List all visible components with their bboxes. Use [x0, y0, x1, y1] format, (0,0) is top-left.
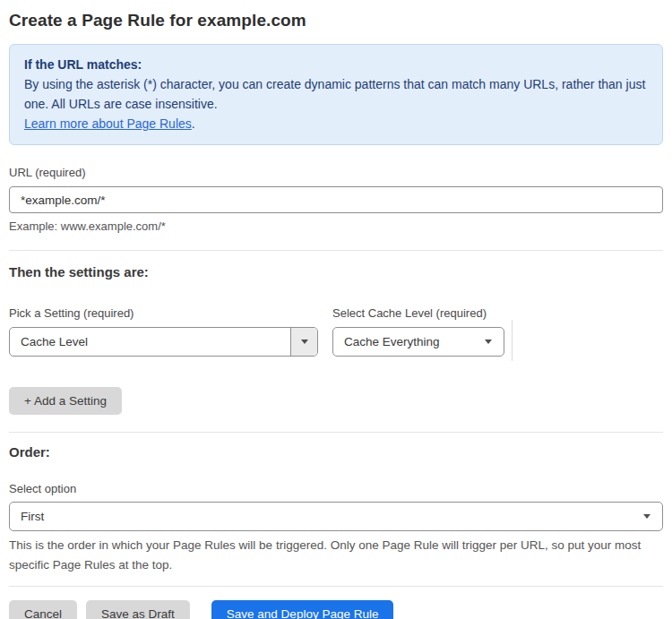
- page-title: Create a Page Rule for example.com: [9, 11, 663, 30]
- order-helper-text: This is the order in which your Page Rul…: [9, 536, 663, 575]
- order-select-value: First: [10, 503, 662, 530]
- cache-level-select-label: Select Cache Level (required): [332, 306, 504, 320]
- settings-row: Pick a Setting (required) Cache Level Se…: [9, 306, 663, 357]
- chevron-down-icon: [643, 514, 650, 519]
- cache-level-select-value: Cache Everything: [333, 328, 504, 356]
- info-box-heading: If the URL matches:: [24, 55, 648, 74]
- save-and-deploy-button[interactable]: Save and Deploy Page Rule: [211, 600, 394, 619]
- chevron-down-icon: [301, 340, 308, 344]
- info-box-body: By using the asterisk (*) character, you…: [24, 74, 648, 114]
- learn-more-link[interactable]: Learn more about Page Rules: [24, 116, 192, 131]
- column-separator: [512, 320, 513, 361]
- url-helper-text: Example: www.example.com/*: [9, 219, 663, 233]
- form-actions: Cancel Save as Draft Save and Deploy Pag…: [9, 600, 663, 619]
- cache-level-field: Select Cache Level (required) Cache Ever…: [332, 306, 504, 357]
- order-select[interactable]: First: [9, 502, 663, 531]
- setting-select-arrow-button[interactable]: [290, 328, 317, 356]
- section-divider: [9, 432, 663, 433]
- info-box-link-line: Learn more about Page Rules.: [24, 114, 648, 133]
- settings-section-heading: Then the settings are:: [9, 264, 663, 279]
- setting-select-value: Cache Level: [10, 328, 290, 356]
- section-divider: [9, 250, 663, 251]
- order-section-heading: Order:: [9, 444, 663, 460]
- save-as-draft-button[interactable]: Save as Draft: [86, 600, 190, 619]
- add-setting-button[interactable]: + Add a Setting: [9, 387, 122, 415]
- link-suffix: .: [192, 116, 195, 131]
- cancel-button[interactable]: Cancel: [9, 600, 77, 619]
- page-rule-form: Create a Page Rule for example.com If th…: [0, 0, 672, 619]
- section-divider: [9, 586, 663, 587]
- order-select-label: Select option: [9, 482, 663, 495]
- setting-select[interactable]: Cache Level: [9, 327, 318, 357]
- setting-select-label: Pick a Setting (required): [9, 306, 318, 320]
- setting-field: Pick a Setting (required) Cache Level: [9, 306, 318, 357]
- url-match-info-box: If the URL matches: By using the asteris…: [9, 44, 663, 145]
- chevron-down-icon: [485, 340, 492, 344]
- url-field-label: URL (required): [9, 166, 663, 179]
- cache-level-select[interactable]: Cache Everything: [332, 327, 504, 357]
- url-input[interactable]: [9, 186, 663, 213]
